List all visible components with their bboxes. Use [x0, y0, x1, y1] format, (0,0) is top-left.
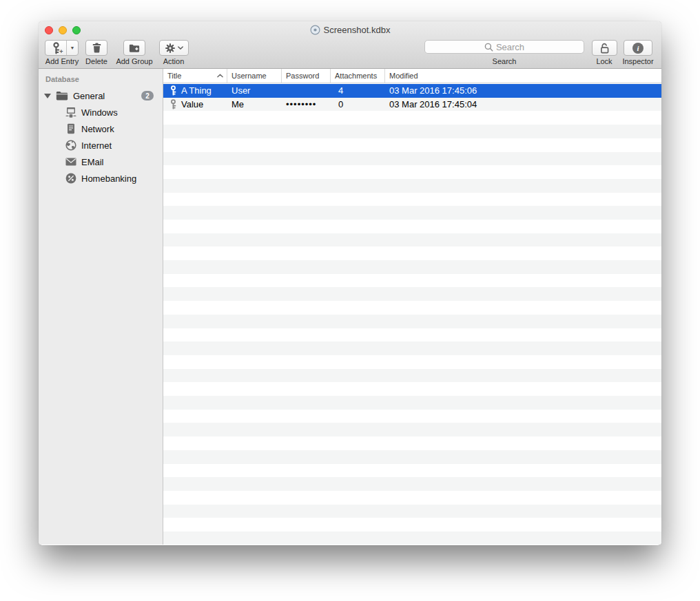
sidebar-section-header: Database: [45, 75, 163, 85]
action-button[interactable]: [159, 40, 189, 56]
table-body: A Thing User 4 03 Mar 2016 17:45:06 Valu…: [163, 84, 661, 545]
cell-modified: 03 Mar 2016 17:45:04: [385, 99, 661, 109]
sidebar: Database General 2 Windows Network Inter…: [39, 69, 163, 545]
windows-network-icon: [65, 107, 76, 118]
gear-icon: [165, 43, 175, 53]
cell-attachments: 0: [331, 99, 385, 109]
sidebar-item-homebanking[interactable]: Homebanking: [39, 170, 163, 187]
server-icon: [65, 123, 76, 134]
inspector-button[interactable]: i: [624, 40, 652, 56]
window-title: Screenshot.kdbx: [324, 25, 391, 35]
sidebar-item-label: Windows: [81, 107, 118, 118]
column-header-modified[interactable]: Modified: [385, 69, 661, 83]
search-input[interactable]: Search: [424, 40, 584, 54]
delete-button[interactable]: [85, 40, 107, 56]
add-entry-dropdown[interactable]: ▼: [66, 41, 78, 55]
inspector-label: Inspector: [615, 57, 661, 65]
chevron-up-icon: [217, 74, 223, 78]
action-label: Action: [151, 57, 196, 65]
chevron-down-icon: [178, 46, 183, 50]
open-padlock-icon: [599, 43, 610, 54]
column-header-password[interactable]: Password: [282, 69, 331, 83]
sidebar-item-windows[interactable]: Windows: [39, 104, 163, 120]
sidebar-item-network[interactable]: Network: [39, 120, 163, 137]
disclosure-triangle-icon[interactable]: [44, 94, 51, 98]
cell-username: Me: [227, 99, 282, 109]
cell-attachments: 4: [331, 85, 385, 96]
sidebar-item-general[interactable]: General 2: [39, 87, 163, 104]
table-row[interactable]: A Thing User 4 03 Mar 2016 17:45:06: [163, 84, 661, 98]
cell-username: User: [227, 85, 282, 96]
cell-title: Value: [181, 99, 227, 109]
search-placeholder: Search: [496, 42, 524, 52]
table-row[interactable]: Value Me •••••••• 0 03 Mar 2016 17:45:04: [163, 98, 661, 112]
app-window: Screenshot.kdbx + ▼ Add Entry Delete Add…: [39, 21, 661, 545]
key-plus-icon[interactable]: +: [45, 41, 66, 55]
sidebar-item-label: General: [73, 91, 141, 101]
add-entry-button[interactable]: + ▼: [45, 40, 79, 56]
document-proxy-icon[interactable]: [310, 25, 320, 35]
sidebar-item-email[interactable]: EMail: [39, 154, 163, 170]
sidebar-item-internet[interactable]: Internet: [39, 137, 163, 154]
envelope-icon: [65, 156, 76, 167]
percent-coin-icon: [65, 173, 76, 184]
key-icon: [163, 99, 181, 109]
entry-table: Title Username Password Attachments Modi…: [163, 69, 661, 545]
info-icon: i: [632, 43, 644, 54]
table-header: Title Username Password Attachments Modi…: [163, 69, 661, 83]
column-header-attachments[interactable]: Attachments: [331, 69, 385, 83]
key-icon: [163, 85, 181, 96]
cell-password: ••••••••: [282, 99, 331, 109]
cell-title: A Thing: [181, 85, 227, 96]
trash-icon: [92, 43, 101, 53]
magnifier-icon: [484, 43, 493, 52]
sidebar-item-label: Network: [81, 124, 114, 134]
column-header-title[interactable]: Title: [163, 69, 227, 83]
window-title-bar: Screenshot.kdbx: [39, 25, 661, 35]
sidebar-item-label: Internet: [81, 140, 112, 151]
sidebar-item-label: Homebanking: [81, 173, 136, 184]
globe-icon: [65, 140, 76, 151]
add-group-button[interactable]: [123, 40, 145, 56]
sidebar-item-label: EMail: [81, 157, 104, 167]
window-chrome: Screenshot.kdbx + ▼ Add Entry Delete Add…: [39, 21, 661, 69]
lock-button[interactable]: [592, 40, 617, 56]
search-label: Search: [424, 57, 584, 65]
entry-count-badge: 2: [141, 91, 154, 101]
cell-modified: 03 Mar 2016 17:45:06: [385, 85, 661, 96]
column-header-username[interactable]: Username: [227, 69, 282, 83]
folder-plus-icon: [129, 44, 140, 52]
folder-icon: [56, 91, 68, 101]
